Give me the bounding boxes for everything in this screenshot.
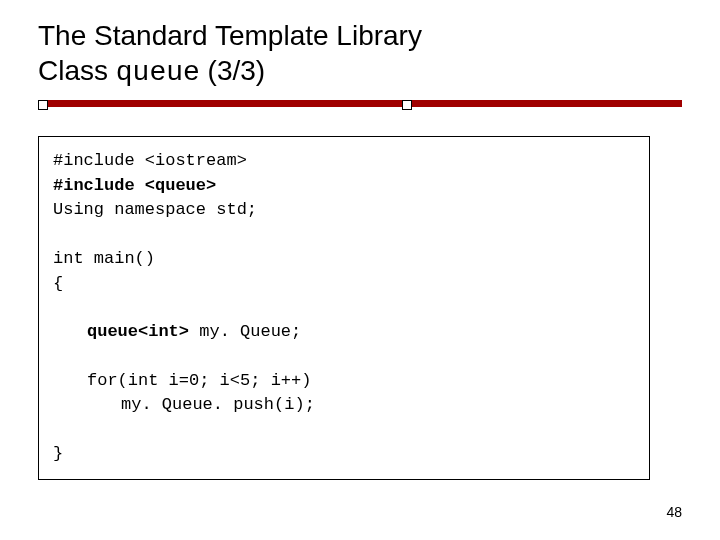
- underline-box-left: [38, 100, 48, 110]
- blank-line-4: [53, 418, 635, 442]
- underline-box-right: [402, 100, 412, 110]
- blank-line-3: [53, 345, 635, 369]
- code-line-5: {: [53, 272, 635, 297]
- code-line-6-rest: my. Queue;: [189, 322, 301, 341]
- page-number: 48: [666, 504, 682, 520]
- code-line-6-bold: queue<int>: [87, 322, 189, 341]
- title-line2-suffix: (3/3): [200, 55, 265, 86]
- code-line-2: #include <queue>: [53, 174, 635, 199]
- code-line-8: my. Queue. push(i);: [53, 393, 635, 418]
- red-bar: [38, 100, 682, 107]
- blank-line-2: [53, 296, 635, 320]
- code-line-9: }: [53, 442, 635, 467]
- code-block: #include <iostream> #include <queue> Usi…: [38, 136, 650, 480]
- title-underline: [38, 100, 682, 112]
- code-line-7: for(int i=0; i<5; i++): [53, 369, 635, 394]
- code-line-4: int main(): [53, 247, 635, 272]
- code-line-6: queue<int> my. Queue;: [53, 320, 635, 345]
- code-line-3: Using namespace std;: [53, 198, 635, 223]
- title-line2-prefix: Class: [38, 55, 116, 86]
- blank-line-1: [53, 223, 635, 247]
- slide-title: The Standard Template Library Class queu…: [38, 18, 682, 90]
- title-line1: The Standard Template Library: [38, 20, 422, 51]
- title-mono: queue: [116, 57, 200, 88]
- code-line-1: #include <iostream>: [53, 149, 635, 174]
